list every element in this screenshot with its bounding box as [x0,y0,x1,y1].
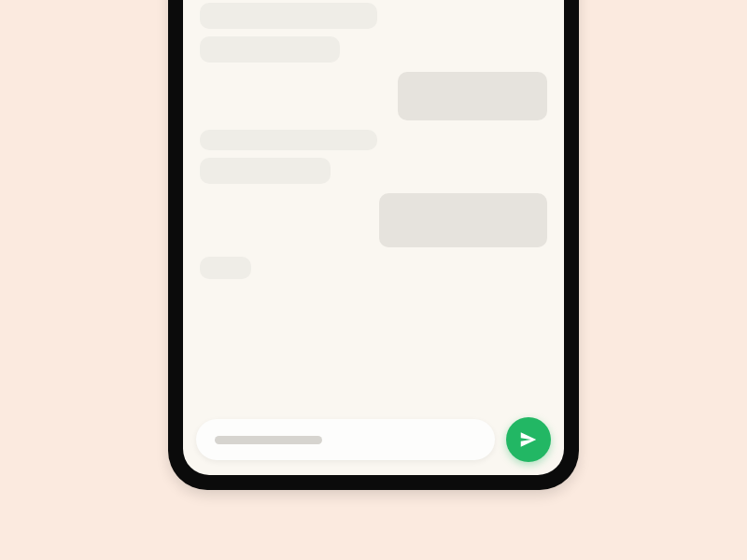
message-group [200,193,547,247]
message-group [200,130,547,184]
chat-bubble-incoming[interactable] [200,158,331,184]
chat-bubble-incoming[interactable] [200,3,377,29]
phone-screen [183,0,564,475]
message-composer [183,406,564,475]
chat-bubble-outgoing[interactable] [379,193,547,247]
message-group [200,72,547,120]
chat-message-list[interactable] [183,0,564,406]
phone-frame [168,0,579,490]
message-input[interactable] [196,419,495,460]
message-group [200,3,547,63]
send-icon [518,429,539,450]
send-button[interactable] [506,417,551,462]
input-placeholder-skeleton [215,436,322,444]
chat-bubble-incoming[interactable] [200,36,340,63]
chat-bubble-incoming[interactable] [200,130,377,150]
chat-bubble-incoming[interactable] [200,257,251,279]
message-group [200,257,547,279]
chat-bubble-outgoing[interactable] [398,72,547,120]
